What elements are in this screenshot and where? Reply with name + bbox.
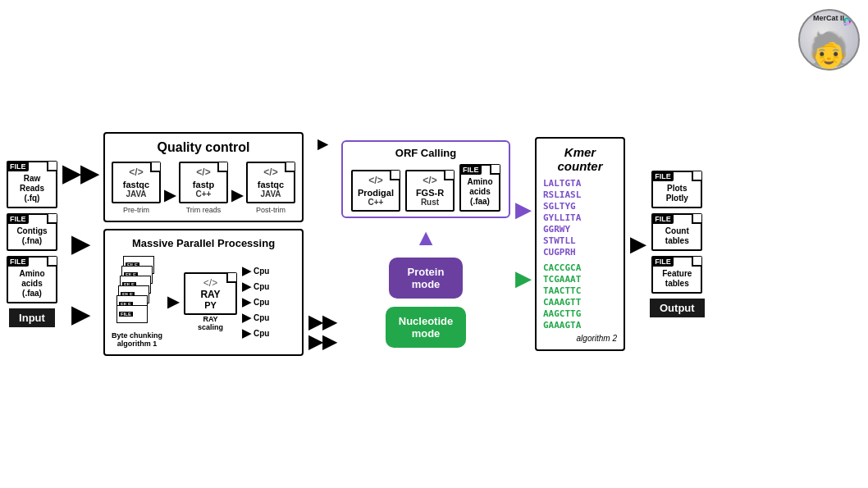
arrow-kmer-to-output: ▶ (630, 235, 645, 254)
fastqc-pretrim-name: fastqc (117, 180, 155, 189)
seq-green-3: TAACTTC (543, 285, 617, 296)
fastqc-pretrim-card: </> fastqc JAVA (112, 162, 161, 203)
seq-green-2: TCGAAAT (543, 274, 617, 285)
arrow-mpp-to-nucleotide: ▶▶ (308, 333, 336, 351)
output-files: FILE PlotsPlotly FILE Counttables FILE F… (651, 171, 702, 294)
prodigal-step: </> Prodigal C++ (351, 170, 400, 212)
kmer-algo-label: algorithm 2 (543, 334, 617, 343)
fgsr-card: </> FGS-R Rust (405, 170, 455, 212)
cpu-row-5: ▶ Cpu (242, 326, 269, 340)
arrow-cpu-2: ▶ (242, 280, 251, 293)
amino-orf-card: FILE Aminoacids(.faa) (459, 164, 500, 212)
kmer-sequences: LALTGTA RSLIASL SGLTYG GYLLITA GGRWY STW… (543, 178, 617, 331)
kmer-box: Kmercounter LALTGTA RSLIASL SGLTYG GYLLI… (535, 137, 625, 351)
orf-title: ORF Calling (351, 147, 500, 159)
file-card-plots: FILE PlotsPlotly (651, 171, 702, 208)
arrows-to-orf: ▶ (318, 138, 327, 151)
logo-figure: 🧓 (807, 33, 850, 67)
trim-label: Trim reads (186, 206, 222, 214)
corner-fold-ray (226, 273, 236, 283)
fgsr-name: FGS-R (411, 188, 449, 198)
cpu-arrows: ▶ Cpu ▶ Cpu ▶ Cpu ▶ Cpu (242, 264, 269, 340)
cpu-label-4: Cpu (254, 313, 269, 322)
corner-fold-fgsr (444, 171, 454, 180)
arrow-up-to-orf: ▲ (414, 226, 437, 249)
seq-purple-3: SGLTYG (543, 201, 617, 212)
corner-fold-plots (692, 171, 701, 181)
file-tag-amino-orf: FILE (460, 165, 482, 175)
fastqc-pretrim-lang: JAVA (117, 189, 155, 198)
arrow-to-mpp: ▶ (71, 233, 89, 256)
fgsr-lang: Rust (411, 198, 449, 207)
file-card-amino: FILE Aminoacids(.faa) (7, 256, 57, 303)
byte-chunk-label: Byte chunkingalgorithm 1 (112, 331, 162, 348)
mpp-title: Massive Parallel Processing (112, 237, 295, 249)
protein-mode-btn[interactable]: Proteinmode (389, 258, 463, 299)
kmer-title: Kmercounter (543, 145, 617, 173)
ray-col: </> RAY PY RAYscaling (184, 272, 237, 331)
fastp-lang: C++ (185, 189, 222, 198)
corner-fold-amino-orf (490, 165, 500, 175)
arrow-qc2: ▶ (231, 188, 243, 203)
corner-fold (150, 162, 160, 172)
file-tag-feature: FILE (652, 257, 674, 267)
input-section: FILE RawReads(.fq) FILE Contigs(.fna) FI… (7, 161, 57, 327)
seq-purple-7: CUGPRH (543, 247, 617, 258)
qc-step-posttrim: </> fastqc JAVA Post-trim (246, 162, 295, 214)
corner-fold-prodigal (390, 171, 400, 180)
arrow-nucleotide-to-kmer: ▶ (515, 269, 530, 289)
corner-fold-feature (692, 257, 701, 267)
seq-purple-4: GYLLITA (543, 212, 617, 223)
prodigal-name: Prodigal (357, 188, 395, 198)
mpp-box: Massive Parallel Processing FILE FILE FI… (103, 229, 304, 356)
file-stack-container: FILE FILE FILE FILE FILE FILE (116, 256, 158, 330)
seq-spacer (543, 258, 617, 262)
qc-step-trim: </> fastp C++ Trim reads (179, 162, 228, 214)
arrow-mpp-to-protein: ▶▶ (308, 313, 336, 331)
corner-fold-contigs (47, 214, 57, 224)
nucleotide-mode-btn[interactable]: Nucleotidemode (386, 307, 466, 348)
arrow-mpp1: ▶ (167, 294, 179, 309)
seq-purple-1: LALTGTA (543, 178, 617, 189)
cpu-label-3: Cpu (254, 298, 269, 307)
cpu-row-4: ▶ Cpu (242, 311, 269, 324)
byte-chunk-area: FILE FILE FILE FILE FILE FILE Byte chunk… (112, 256, 162, 348)
arrow-protein-to-kmer: ▶ (515, 200, 530, 220)
logo-area: MerCat II 🧓 🧬 (796, 7, 861, 72)
mid-arrows-right: ▶ ▶ (515, 200, 530, 289)
pretrim-label: Pre-trim (123, 206, 149, 214)
arrow-cpu-5: ▶ (242, 326, 251, 340)
seq-purple-6: STWTLL (543, 235, 617, 246)
qc-step-pretrim: </> fastqc JAVA Pre-trim (112, 162, 161, 214)
corner-fold-count (692, 214, 701, 224)
seq-green-1: CACCGCA (543, 262, 617, 273)
cpu-label-1: Cpu (254, 267, 269, 276)
orf-box: ORF Calling </> Prodigal C++ </> (341, 140, 510, 218)
ray-lang: PY (189, 300, 232, 310)
qc-title: Quality control (112, 140, 295, 155)
cpu-label-2: Cpu (254, 282, 269, 291)
seq-green-4: CAAAGTT (543, 297, 617, 308)
count-label: Counttables (657, 226, 697, 246)
raw-reads-label: RawReads(.fq) (12, 174, 52, 203)
logo-circle: MerCat II 🧓 🧬 (798, 9, 860, 71)
cpu-row-3: ▶ Cpu (242, 295, 269, 308)
corner-fold (47, 162, 57, 171)
seq-purple-2: RSLIASL (543, 189, 617, 200)
orf-row: </> Prodigal C++ </> FGS-R Rust (351, 164, 500, 212)
seq-green-5: AAGCTTG (543, 308, 617, 319)
output-label: Output (650, 299, 705, 317)
output-section: FILE PlotsPlotly FILE Counttables FILE F… (650, 171, 705, 317)
logo-text: MerCat II (813, 14, 844, 22)
arrows-to-protein: ▶▶ ▶▶ (308, 313, 336, 351)
cpu-row-2: ▶ Cpu (242, 280, 269, 293)
file-tag-count: FILE (652, 214, 674, 224)
two-row-col: Quality control </> fastqc JAVA Pre-trim… (103, 132, 304, 356)
arrow-qc-to-orf: ▶ (318, 138, 327, 151)
stack-6: FILE (116, 305, 148, 323)
file-card-count: FILE Counttables (651, 213, 702, 251)
arrow-cpu-3: ▶ (242, 295, 251, 308)
ray-name: RAY (189, 289, 232, 300)
fastqc-posttrim-lang: JAVA (252, 189, 290, 198)
corner-fold (285, 162, 295, 172)
